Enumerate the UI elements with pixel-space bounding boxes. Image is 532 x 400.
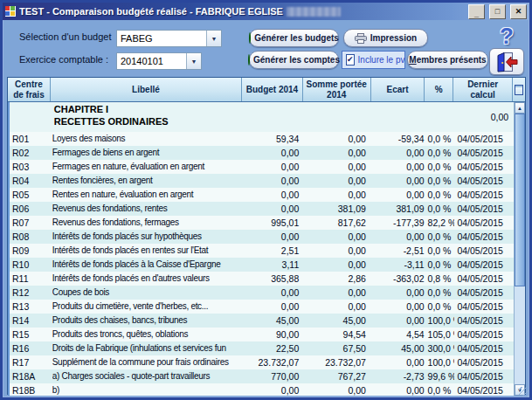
cell-ecart: 0,00 [372,174,426,188]
cell-ecart: -2,51 [372,244,426,258]
table-row[interactable]: R06Revenus des fondations, rentes0,00381… [10,202,514,216]
cell-pct: 105,0 % [426,328,455,341]
table-row[interactable]: R03Fermages en nature, évaluation en arg… [10,160,514,174]
table-row[interactable]: R13Produits du cimetière, vente d'herbes… [10,300,514,314]
cell-date: 04/05/2015 [454,160,514,174]
cell-ecart: 0,00 [372,160,426,174]
budget-select-label: Sélection d'un budget [19,31,111,42]
table-row[interactable]: R04Rentes foncières, en argent0,000,000,… [10,174,514,188]
cell-libelle: Revenus des fondations, fermages [52,216,244,230]
cell-libelle: Produits des chaises, bancs, tribunes [52,314,244,328]
cell-ecart: 4,54 [372,328,426,341]
table-row[interactable]: R14Produits des chaises, bancs, tribunes… [10,314,514,328]
chapter-line1: CHAPITRE I [54,104,455,116]
cell-date: 04/05/2015 [454,314,514,328]
impression-button[interactable]: Impression [343,29,428,47]
cell-ecart: 381,09 [372,202,426,216]
cell-budget: 0,00 [244,286,305,300]
exercise-select-value: 20140101 [117,53,186,69]
col-header-percent[interactable]: % [425,78,453,101]
cell-code: R15 [10,328,52,341]
table-row[interactable]: R17Supplément de la commune pour frais o… [10,355,514,369]
cell-libelle: Droits de la Fabrique (inhulations et se… [52,341,244,355]
cell-code: R05 [10,188,52,202]
cell-pct: 0,0 % [426,383,455,396]
exercise-select[interactable]: 20140101 ▼ [116,52,202,70]
table-row[interactable]: R12Coupes de bois0,000,000,000,0 %04/05/… [10,286,514,300]
cell-somme: 0,00 [304,160,372,174]
cell-libelle: Supplément de la commune pour frais ordi… [52,355,244,369]
cell-code: R03 [10,160,52,174]
cell-budget: 0,00 [244,188,305,202]
table-row[interactable]: R02Fermages de biens en argent0,000,000,… [10,146,514,160]
col-header-budget-2014[interactable]: Budget 2014 [242,78,303,101]
cell-budget: 2,51 [244,244,305,258]
col-header-dernier-calcul[interactable]: Dernier calcul [453,78,513,101]
impression-label: Impression [370,33,417,43]
table-row[interactable]: R08Intérêts de fonds placés sur hypothèq… [10,230,514,244]
cell-code: R14 [10,314,52,328]
col-header-somme-portee[interactable]: Somme portée 2014 [303,78,371,101]
cell-libelle: Fermages en nature, évaluation en argent [52,160,244,174]
cell-somme: 0,00 [304,258,372,272]
table-row[interactable]: R05Rentes en nature, évaluation en argen… [10,188,514,202]
column-options-cell[interactable] [513,78,525,101]
checkbox-check-icon[interactable]: ✔ [346,54,355,66]
cell-ecart: 0,00 [372,146,426,160]
maximize-button[interactable]: □ [489,4,506,19]
scrollbar-thumb[interactable] [515,114,525,286]
scroll-up-button[interactable]: ▲ [515,102,525,114]
cell-pct: 0,0 % [426,258,455,272]
cell-budget: 59,34 [244,132,305,146]
cell-code: R17 [10,355,52,369]
cell-somme: 0,00 [304,300,372,314]
budget-select[interactable]: FABEG ▼ [116,30,222,47]
cell-date: 04/05/2015 [454,174,514,188]
resize-grip[interactable] [519,387,529,397]
table-row[interactable]: R07Revenus des fondations, fermages995,0… [10,216,514,230]
members-present-button[interactable]: Membres présents [407,51,488,69]
generate-accounts-button[interactable]: Générer les comptes [249,51,339,69]
cell-ecart: -3,11 [372,258,426,272]
table-body: CHAPITRE I RECETTES ORDINAIRES 0,00 R01L… [8,102,525,396]
minimize-icon: _ [474,10,479,18]
col-header-ecart[interactable]: Ecart [371,78,425,101]
cell-date: 04/05/2015 [454,355,514,369]
col-header-centre-de-frais[interactable]: Centre de frais [8,78,51,101]
cell-somme: 45,00 [304,314,372,328]
cell-libelle: Produits des troncs, quêtes, oblations [52,328,244,341]
cell-libelle: a) Charges sociales - quote-part travail… [52,369,244,383]
cell-somme: 0,00 [304,174,372,188]
table-row[interactable]: R10Intérêts de fonds placés à la Caisse … [10,258,514,272]
cell-libelle: Loyers des maisons [52,132,244,146]
table-row[interactable]: R01Loyers des maisons59,340,00-59,340,0 … [10,132,514,146]
cell-date: 04/05/2015 [454,146,514,160]
cell-budget: 22,50 [244,341,305,355]
cell-code: R01 [10,132,52,146]
cell-date: 04/05/2015 [454,328,514,341]
chapter-row[interactable]: CHAPITRE I RECETTES ORDINAIRES 0,00 [10,102,514,132]
exit-button[interactable] [489,48,524,75]
vertical-scrollbar[interactable]: ▲ ▼ [514,102,525,396]
exercise-select-arrow[interactable]: ▼ [186,53,201,69]
maximize-icon: □ [495,8,500,16]
minimize-button[interactable]: _ [468,4,485,19]
close-button[interactable]: ✕ [510,4,527,19]
table-row[interactable]: R16Droits de la Fabrique (inhulations et… [10,341,514,355]
exercise-label: Exercice comptable : [19,54,108,65]
table-row[interactable]: R11Intérêts de fonds placés en d'autres … [10,272,514,286]
cell-somme: 94,54 [304,328,372,341]
col-header-libelle[interactable]: Libellé [51,78,242,101]
table-row[interactable]: R18Aa) Charges sociales - quote-part tra… [10,369,514,383]
include-pv-checkbox[interactable]: ✔ Inclure le pv [342,51,405,69]
table-row[interactable]: R18Bb)0,000,000,000,0 %04/05/2015 [10,383,514,396]
cell-budget: 0,00 [244,146,305,160]
help-icon[interactable]: ? [500,24,514,47]
generate-budgets-button[interactable]: Générer les budgets [249,29,339,47]
table-row[interactable]: R09Intérêts de fonds placés en rentes su… [10,244,514,258]
app-window: TEST - Comparaison budgété réalisé - FAB… [0,0,532,400]
table-row[interactable]: R15Produits des troncs, quêtes, oblation… [10,328,514,341]
budget-select-arrow[interactable]: ▼ [206,31,221,46]
cell-date: 04/05/2015 [454,383,514,396]
cell-libelle: b) [52,383,244,396]
